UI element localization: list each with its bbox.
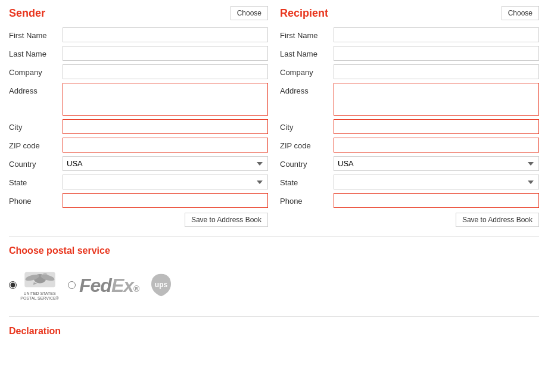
sender-state-row: State ALAKAZAR CACOCTDE FLGAHIID ILINIAK… <box>9 175 268 189</box>
sender-first-name-input[interactable] <box>63 27 268 42</box>
sender-company-input[interactable] <box>63 64 268 79</box>
declaration-section: Declaration <box>9 326 539 337</box>
sender-last-name-label: Last Name <box>9 46 63 58</box>
sender-save-address-button[interactable]: Save to Address Book <box>185 213 268 227</box>
ups-option: ups <box>148 272 175 298</box>
sender-city-label: City <box>9 119 63 132</box>
recipient-first-name-row: First Name <box>280 27 539 42</box>
sender-country-label: Country <box>9 156 63 169</box>
recipient-phone-input[interactable] <box>334 193 539 208</box>
fedex-label[interactable]: FedEx® <box>79 276 139 295</box>
recipient-last-name-label: Last Name <box>280 46 334 58</box>
ups-logo: ups <box>148 272 175 298</box>
sender-phone-input[interactable] <box>63 193 268 208</box>
sender-city-input[interactable] <box>63 119 268 134</box>
recipient-city-label: City <box>280 119 334 132</box>
recipient-header: Recipient Choose <box>280 6 539 20</box>
address-section: Sender Choose First Name Last Name Compa… <box>9 6 539 227</box>
usps-text: UNITED STATESPOSTAL SERVICE® <box>20 291 59 301</box>
usps-option: UNITED STATESPOSTAL SERVICE® <box>9 269 59 301</box>
usps-eagle-icon <box>22 269 58 290</box>
recipient-phone-row: Phone <box>280 193 539 208</box>
sender-zip-input[interactable] <box>63 138 268 153</box>
sender-header: Sender Choose <box>9 6 268 20</box>
sender-choose-button[interactable]: Choose <box>231 6 268 20</box>
recipient-company-label: Company <box>280 64 334 77</box>
sender-country-select[interactable]: USA Canada Mexico UK Germany France Othe… <box>63 156 268 171</box>
recipient-company-row: Company <box>280 64 539 79</box>
sender-country-row: Country USA Canada Mexico UK Germany Fra… <box>9 156 268 171</box>
sender-phone-row: Phone <box>9 193 268 208</box>
fedex-logo: FedEx® <box>79 276 139 295</box>
recipient-first-name-label: First Name <box>280 27 334 40</box>
postal-options: UNITED STATESPOSTAL SERVICE® FedEx® ups <box>9 263 539 307</box>
recipient-country-label: Country <box>280 156 334 169</box>
recipient-zip-row: ZIP code <box>280 138 539 153</box>
recipient-zip-input[interactable] <box>334 138 539 153</box>
sender-panel: Sender Choose First Name Last Name Compa… <box>9 6 268 227</box>
sender-address-label: Address <box>9 83 63 95</box>
sender-zip-row: ZIP code <box>9 138 268 153</box>
recipient-zip-label: ZIP code <box>280 138 334 150</box>
usps-label[interactable]: UNITED STATESPOSTAL SERVICE® <box>20 269 59 301</box>
sender-state-label: State <box>9 175 63 187</box>
svg-text:ups: ups <box>155 281 168 290</box>
recipient-city-row: City <box>280 119 539 134</box>
recipient-phone-label: Phone <box>280 193 334 206</box>
divider-1 <box>9 236 539 237</box>
recipient-save-row: Save to Address Book <box>280 213 539 227</box>
postal-section: Choose postal service <box>9 245 539 307</box>
page-wrapper: Sender Choose First Name Last Name Compa… <box>0 0 548 343</box>
recipient-first-name-input[interactable] <box>334 27 539 42</box>
sender-city-row: City <box>9 119 268 134</box>
sender-address-row: Address <box>9 83 268 116</box>
declaration-title: Declaration <box>9 326 539 337</box>
recipient-last-name-row: Last Name <box>280 46 539 61</box>
sender-company-row: Company <box>9 64 268 79</box>
sender-save-row: Save to Address Book <box>9 213 268 227</box>
recipient-country-row: Country USA Canada Mexico UK Germany Fra… <box>280 156 539 171</box>
sender-first-name-row: First Name <box>9 27 268 42</box>
recipient-country-select[interactable]: USA Canada Mexico UK Germany France Othe… <box>334 156 539 171</box>
postal-section-title: Choose postal service <box>9 245 539 256</box>
sender-state-select[interactable]: ALAKAZAR CACOCTDE FLGAHIID ILINIAKS KYLA… <box>63 175 268 189</box>
recipient-choose-button[interactable]: Choose <box>502 6 539 20</box>
sender-first-name-label: First Name <box>9 27 63 40</box>
sender-title: Sender <box>9 7 45 20</box>
recipient-address-row: Address <box>280 83 539 116</box>
usps-radio[interactable] <box>9 281 17 289</box>
recipient-title: Recipient <box>280 7 328 20</box>
recipient-address-input[interactable] <box>334 83 539 116</box>
usps-logo: UNITED STATESPOSTAL SERVICE® <box>20 269 59 301</box>
recipient-address-label: Address <box>280 83 334 95</box>
recipient-last-name-input[interactable] <box>334 46 539 61</box>
divider-2 <box>9 316 539 317</box>
sender-address-input[interactable] <box>63 83 268 116</box>
fedex-radio[interactable] <box>68 281 76 289</box>
sender-zip-label: ZIP code <box>9 138 63 150</box>
recipient-save-address-button[interactable]: Save to Address Book <box>456 213 539 227</box>
recipient-state-row: State ALAKAZAR CACOCTDE FLGAHIID ILINIAK… <box>280 175 539 189</box>
sender-last-name-input[interactable] <box>63 46 268 61</box>
recipient-state-select[interactable]: ALAKAZAR CACOCTDE FLGAHIID ILINIAKS KYLA… <box>334 175 539 189</box>
fedex-option: FedEx® <box>68 276 139 295</box>
sender-last-name-row: Last Name <box>9 46 268 61</box>
sender-company-label: Company <box>9 64 63 77</box>
recipient-state-label: State <box>280 175 334 187</box>
recipient-company-input[interactable] <box>334 64 539 79</box>
recipient-city-input[interactable] <box>334 119 539 134</box>
sender-phone-label: Phone <box>9 193 63 206</box>
recipient-panel: Recipient Choose First Name Last Name Co… <box>280 6 539 227</box>
